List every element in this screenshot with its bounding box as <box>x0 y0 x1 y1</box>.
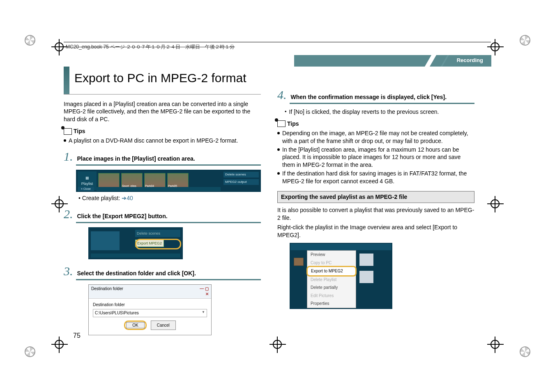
destination-folder-dialog: Destination folder— ▢ ✕ Destination fold… <box>88 284 212 335</box>
crop-mark-tr <box>520 35 530 46</box>
tip-right-1: Depending on the image, an MPEG-2 file m… <box>277 129 474 145</box>
page-title: Export to PC in MPEG-2 format <box>74 70 246 87</box>
step-2-rule <box>76 222 261 223</box>
reg-cross-tr <box>487 39 504 55</box>
crop-mark-br <box>520 346 530 357</box>
step-4-title: When the confirmation message is display… <box>291 93 447 101</box>
tips-heading-right: Tips <box>277 120 474 128</box>
tips-icon <box>64 128 72 135</box>
subsection-heading: Exporting the saved playlist as an MPEG-… <box>277 191 474 203</box>
dialog-title: Destination folder <box>91 286 123 297</box>
step-1-rule <box>76 164 261 166</box>
xref-arrow-icon: ➔ <box>122 195 127 201</box>
dialog-cancel-button: Cancel <box>151 321 176 330</box>
tips-icon <box>277 120 286 127</box>
playlist-output-btn: MPEG2 output <box>223 179 259 185</box>
dropdown-icon: ▼ <box>202 310 205 316</box>
ctx-thumb-icon <box>294 258 304 266</box>
reg-cross-br <box>487 337 504 353</box>
ctx-side-thumb-1 <box>359 254 373 266</box>
playlist-clip-1 <box>98 173 120 189</box>
ctx-item-properties: Properties <box>307 300 356 308</box>
page-number: 75 <box>73 332 81 339</box>
step-1-title: Place images in the [Playlist] creation … <box>77 155 195 163</box>
title-underline <box>64 94 261 95</box>
ctx-item-export: Export to MPEG2 <box>306 266 357 277</box>
tip-left: A playlist on a DVD-RAM disc cannot be e… <box>64 137 261 145</box>
context-menu-screenshot: Preview Copy to PC Export to MPEG2 Delet… <box>290 243 392 309</box>
tips-heading-left: Tips <box>64 127 261 135</box>
export-thumb <box>91 231 120 250</box>
playlist-close: × Close <box>78 187 94 191</box>
ctx-item-delete-partial: Delete partially <box>307 284 356 292</box>
export-highlight-ring <box>135 239 181 249</box>
step-3-rule <box>76 279 261 280</box>
context-menu: Preview Copy to PC Export to MPEG2 Delet… <box>307 250 356 308</box>
playlist-scrollbar <box>97 187 221 191</box>
crop-mark-tl <box>25 35 35 46</box>
intro-paragraph: Images placed in a [Playlist] creation a… <box>64 100 261 124</box>
book-header: MC20_eng.book 75 ページ ２００７年１０月２４日 水曜日 午後２… <box>66 44 235 51</box>
ctx-item-preview: Preview <box>307 251 356 259</box>
playlist-clip-4: Park05 <box>167 173 189 189</box>
dialog-path: C:\Users\PLUS\Pictures <box>95 310 139 316</box>
dialog-close-icon: — ▢ ✕ <box>197 286 209 297</box>
reg-cross-tl <box>51 39 68 55</box>
section-label: Recording <box>457 57 483 63</box>
dialog-ok-button: OK <box>126 322 144 328</box>
header-rule <box>64 42 491 42</box>
create-playlist-note: • Create playlist: ➔40 <box>78 194 261 202</box>
step-4-rule <box>290 103 474 104</box>
crop-mark-bl <box>25 346 35 357</box>
step-4-sub: •If [No] is clicked, the display reverts… <box>285 108 474 116</box>
title-accent-bar <box>64 67 69 94</box>
playlist-clip-2: Sport_clips <box>121 173 143 189</box>
export-scrollbar <box>91 254 180 258</box>
reg-cross-mb <box>269 337 286 353</box>
left-column: Export to PC in MPEG-2 format Images pla… <box>64 67 261 335</box>
tip-right-2: In the [Playlist] creation area, images … <box>277 146 474 169</box>
reg-cross-bl <box>51 337 68 353</box>
section-banner: Recording <box>294 55 491 67</box>
export-delete-scenes: Delete scenes <box>135 230 180 237</box>
dialog-field-label: Destination folder <box>93 302 207 308</box>
ctx-item-delete-playlist: Delete Playlist <box>307 276 356 284</box>
right-column: 4. When the confirmation message is disp… <box>277 67 474 335</box>
step-2-number: 2. <box>64 208 73 220</box>
section-p2: Right-click the playlist in the Image ov… <box>277 224 474 239</box>
step-2-title: Click the [Export MPEG2] button. <box>77 212 168 220</box>
xref-page-40[interactable]: 40 <box>127 195 133 201</box>
step-1-number: 1. <box>64 150 73 163</box>
export-mpeg2-screenshot: Delete scenes Export MPEG2 <box>88 227 183 259</box>
ctx-item-edit: Edit Pictures <box>307 292 356 300</box>
step-4-number: 4. <box>277 89 287 101</box>
step-3-title: Select the destination folder and click … <box>77 270 196 277</box>
ctx-side-thumb-2 <box>359 271 373 283</box>
playlist-delete-btn: Delete scenes <box>223 171 259 178</box>
step-3-number: 3. <box>64 265 73 277</box>
playlist-screenshot: ▦Playlist Sport_clips Park04 Park05 Dele… <box>76 170 261 192</box>
section-p1: It is also possible to convert a playlis… <box>277 206 474 222</box>
tip-right-3: If the destination hard disk for saving … <box>277 170 474 185</box>
playlist-clip-3: Park04 <box>144 173 166 189</box>
